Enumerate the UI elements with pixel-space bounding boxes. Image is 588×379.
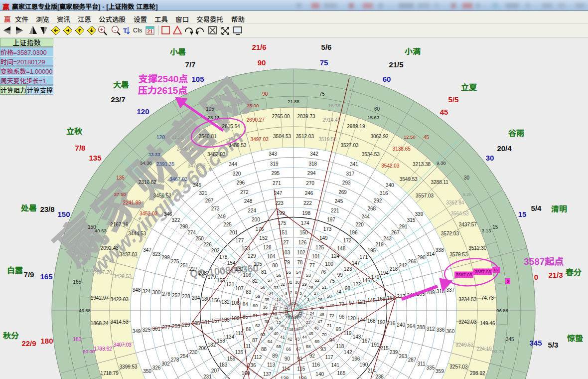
svg-text:75: 75 bbox=[329, 278, 335, 284]
svg-text:180: 180 bbox=[73, 337, 81, 342]
svg-text:3549.53: 3549.53 bbox=[400, 177, 418, 182]
svg-text:8: 8 bbox=[285, 291, 288, 296]
svg-text:146: 146 bbox=[362, 278, 370, 283]
svg-text:154: 154 bbox=[227, 260, 236, 266]
svg-text:75: 75 bbox=[320, 58, 328, 67]
svg-text:312: 312 bbox=[427, 326, 435, 332]
svg-text:3249.53: 3249.53 bbox=[455, 342, 474, 348]
svg-text:225: 225 bbox=[223, 222, 232, 227]
svg-text:106: 106 bbox=[243, 272, 251, 278]
svg-text:3242.03: 3242.03 bbox=[458, 319, 477, 325]
svg-text:203: 203 bbox=[198, 270, 207, 276]
svg-text:125: 125 bbox=[315, 245, 324, 250]
svg-text:1942.97: 1942.97 bbox=[91, 295, 109, 301]
svg-text:266: 266 bbox=[408, 259, 417, 264]
svg-text:2316.62: 2316.62 bbox=[139, 180, 157, 185]
svg-text:219: 219 bbox=[375, 242, 384, 247]
svg-text:144: 144 bbox=[357, 317, 366, 323]
svg-text:345: 345 bbox=[529, 339, 542, 347]
svg-text:7/9: 7/9 bbox=[24, 270, 34, 279]
svg-text:31.25: 31.25 bbox=[171, 134, 183, 140]
svg-text:87: 87 bbox=[252, 338, 258, 343]
svg-text:75: 75 bbox=[319, 91, 325, 97]
svg-text:1868.24: 1868.24 bbox=[91, 321, 109, 326]
svg-text:324: 324 bbox=[143, 289, 151, 294]
svg-text:3257.03: 3257.03 bbox=[449, 364, 468, 370]
svg-text:102: 102 bbox=[297, 250, 305, 255]
svg-text:326: 326 bbox=[152, 365, 161, 371]
svg-text:300: 300 bbox=[152, 290, 160, 295]
svg-text:316: 316 bbox=[380, 190, 388, 196]
svg-text:21/5: 21/5 bbox=[389, 60, 403, 69]
svg-text:46.88: 46.88 bbox=[79, 308, 91, 313]
svg-text:2989.19: 2989.19 bbox=[347, 124, 365, 129]
svg-text:21/3: 21/3 bbox=[548, 271, 563, 279]
svg-text:0: 0 bbox=[507, 279, 509, 284]
svg-text:345: 345 bbox=[193, 183, 201, 188]
svg-text:173: 173 bbox=[323, 226, 332, 232]
svg-text:96: 96 bbox=[339, 314, 345, 320]
svg-text:3138.65: 3138.65 bbox=[393, 146, 411, 152]
svg-text:246: 246 bbox=[305, 190, 313, 196]
svg-text:337: 337 bbox=[446, 287, 455, 293]
svg-text:18: 18 bbox=[289, 327, 294, 332]
svg-text:341: 341 bbox=[350, 162, 358, 167]
svg-text:190: 190 bbox=[360, 362, 368, 368]
svg-text:39: 39 bbox=[269, 326, 274, 331]
svg-text:345: 345 bbox=[506, 337, 514, 342]
svg-text:105: 105 bbox=[191, 75, 204, 83]
svg-text:30: 30 bbox=[486, 154, 494, 162]
svg-text:74.73: 74.73 bbox=[481, 295, 494, 301]
svg-text:197: 197 bbox=[327, 217, 335, 222]
svg-text:204: 204 bbox=[192, 295, 200, 301]
svg-text:252: 252 bbox=[172, 293, 180, 298]
svg-text:268: 268 bbox=[367, 206, 376, 211]
svg-text:65: 65 bbox=[276, 344, 281, 349]
svg-text:273: 273 bbox=[211, 206, 220, 211]
svg-text:3587起点: 3587起点 bbox=[524, 254, 564, 267]
svg-text:287: 287 bbox=[408, 357, 417, 363]
svg-text:171: 171 bbox=[360, 254, 368, 260]
svg-text:7: 7 bbox=[292, 302, 294, 305]
svg-text:7/8: 7/8 bbox=[75, 144, 86, 152]
svg-text:314: 314 bbox=[427, 251, 435, 257]
svg-text:3482.03: 3482.03 bbox=[207, 152, 226, 157]
svg-text:清明: 清明 bbox=[551, 202, 567, 214]
svg-text:2765.00: 2765.00 bbox=[272, 114, 290, 119]
svg-text:80: 80 bbox=[272, 263, 278, 268]
svg-text:春分: 春分 bbox=[565, 266, 582, 278]
svg-text:7/7: 7/7 bbox=[185, 60, 196, 69]
svg-text:290: 290 bbox=[417, 255, 426, 260]
svg-text:52: 52 bbox=[314, 278, 319, 283]
svg-text:292: 292 bbox=[374, 198, 382, 203]
svg-text:51: 51 bbox=[322, 285, 327, 290]
svg-text:298.92: 298.92 bbox=[470, 371, 485, 376]
svg-text:3579.53: 3579.53 bbox=[449, 252, 468, 257]
svg-text:221: 221 bbox=[331, 208, 339, 213]
svg-text:201: 201 bbox=[229, 230, 238, 235]
svg-text:3399.53: 3399.53 bbox=[120, 364, 138, 370]
svg-text:21/6: 21/6 bbox=[252, 43, 266, 51]
svg-text:白露: 白露 bbox=[7, 264, 23, 276]
svg-text:218: 218 bbox=[390, 266, 398, 272]
svg-text:194: 194 bbox=[380, 270, 389, 276]
svg-text:2017.70: 2017.70 bbox=[94, 270, 112, 275]
svg-text:191: 191 bbox=[371, 342, 380, 348]
svg-text:112: 112 bbox=[254, 355, 262, 360]
svg-text:131: 131 bbox=[226, 282, 235, 287]
svg-text:3587.03: 3587.03 bbox=[475, 269, 491, 274]
svg-text:107: 107 bbox=[235, 286, 244, 291]
svg-text:174: 174 bbox=[301, 220, 309, 226]
svg-text:3407.03: 3407.03 bbox=[114, 342, 132, 348]
svg-text:288: 288 bbox=[417, 325, 425, 330]
svg-text:82: 82 bbox=[252, 278, 258, 284]
svg-text:64: 64 bbox=[268, 339, 273, 344]
svg-text:148: 148 bbox=[337, 246, 346, 251]
svg-text:59: 59 bbox=[255, 294, 260, 299]
svg-text:228: 228 bbox=[182, 294, 190, 299]
svg-text:349: 349 bbox=[133, 329, 141, 334]
svg-text:321: 321 bbox=[199, 190, 207, 196]
svg-text:323: 323 bbox=[152, 251, 161, 257]
svg-text:81: 81 bbox=[261, 269, 267, 275]
svg-text:23/7: 23/7 bbox=[111, 95, 125, 104]
